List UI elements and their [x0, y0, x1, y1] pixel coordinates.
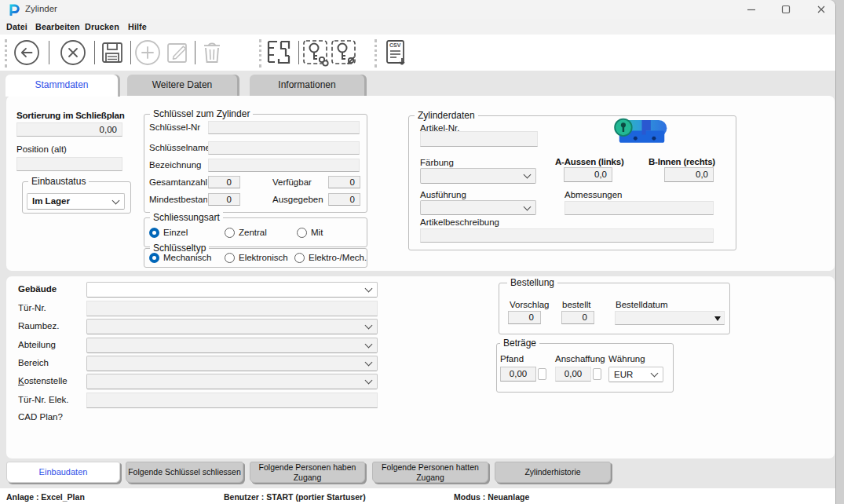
- chevron-down-icon: [112, 196, 120, 204]
- radio-mit[interactable]: [297, 228, 307, 238]
- close-button[interactable]: [815, 3, 828, 16]
- radio-mit-label: Mit: [311, 228, 323, 237]
- raumbez-label: Raumbez.: [18, 321, 59, 331]
- bottom-tab-zylinderhistorie[interactable]: Zylinderhistorie: [495, 462, 611, 483]
- faerbung-label: Färbung: [420, 158, 454, 167]
- betraege-legend: Beträge: [500, 338, 539, 349]
- menu-hilfe[interactable]: Hilfe: [128, 22, 147, 31]
- radio-elektro-mech[interactable]: [294, 253, 305, 263]
- chevron-down-icon: [365, 285, 373, 293]
- ausgegeben-input[interactable]: 0: [328, 193, 360, 206]
- tab-stammdaten[interactable]: Stammdaten: [5, 75, 118, 97]
- pfand-button[interactable]: [538, 368, 546, 380]
- artikel-nr-input[interactable]: [420, 131, 538, 147]
- radio-elektronisch[interactable]: [225, 253, 235, 263]
- cad-plan-label: CAD Plan?: [18, 412, 63, 422]
- radio-mechanisch[interactable]: [149, 253, 159, 263]
- raumbez-select[interactable]: [86, 319, 378, 334]
- waehrung-select[interactable]: EUR: [608, 367, 663, 382]
- schluesselname-input[interactable]: [208, 141, 360, 155]
- keys-link-icon[interactable]: [302, 38, 329, 70]
- bezeichnung-input[interactable]: [208, 159, 360, 172]
- vorschlag-input[interactable]: 0: [508, 311, 541, 324]
- mindestbestand-input[interactable]: 0: [208, 193, 240, 206]
- artikelbeschreibung-label: Artikelbeschreibung: [420, 217, 499, 227]
- toolbar-gripper-2[interactable]: [259, 39, 261, 68]
- abteilung-select[interactable]: [86, 338, 378, 353]
- zylinderdaten-legend: Zylinderdaten: [415, 110, 478, 121]
- schluesseltyp-legend: Schlüsseltyp: [150, 243, 209, 254]
- b-innen-input[interactable]: 0,0: [664, 167, 714, 182]
- keys-unlink-icon[interactable]: [331, 38, 357, 70]
- verfuegbar-input[interactable]: 0: [328, 176, 360, 188]
- tab-weitere-daten[interactable]: Weitere Daten: [127, 75, 237, 96]
- radio-elektro-mech-label: Elektro-/Mech.: [309, 253, 367, 262]
- anschaffung-button[interactable]: [593, 368, 601, 380]
- cancel-icon[interactable]: [60, 39, 86, 69]
- back-icon[interactable]: [13, 39, 40, 69]
- window-title: Zylinder: [25, 4, 57, 13]
- menu-bearbeiten[interactable]: Bearbeiten: [35, 22, 80, 31]
- radio-zentral-label: Zentral: [239, 228, 267, 237]
- add-icon[interactable]: [134, 39, 161, 69]
- radio-elektronisch-label: Elektronisch: [239, 253, 288, 262]
- save-icon[interactable]: [100, 40, 125, 68]
- app-icon: [8, 3, 20, 16]
- mindestbestand-label: Mindestbestand: [149, 195, 207, 204]
- abmessungen-input[interactable]: [564, 201, 714, 215]
- pfand-input[interactable]: 0,00: [500, 367, 536, 382]
- sortierung-input[interactable]: 0,00: [16, 122, 122, 137]
- artikelbeschreibung-input[interactable]: [420, 228, 714, 243]
- app-window: Zylinder Datei Bearbeiten Drucken Hilfe: [0, 0, 836, 504]
- position-alt-input[interactable]: [16, 157, 122, 171]
- anschaffung-input[interactable]: 0,00: [555, 367, 591, 382]
- abteilung-label: Abteilung: [18, 340, 56, 349]
- maximize-button[interactable]: [780, 3, 792, 16]
- b-innen-label: B-Innen (rechts): [649, 157, 715, 166]
- chevron-down-icon: [365, 341, 373, 349]
- chevron-down-icon: [365, 322, 373, 330]
- export-csv-icon[interactable]: CSV: [383, 39, 408, 69]
- einbaustatus-select[interactable]: Im Lager: [27, 193, 125, 210]
- radio-einzel[interactable]: [149, 228, 159, 238]
- chevron-down-icon: [524, 171, 532, 179]
- a-aussen-input[interactable]: 0,0: [564, 167, 612, 182]
- abmessungen-label: Abmessungen: [564, 190, 623, 199]
- radio-mechanisch-label: Mechanisch: [163, 253, 211, 262]
- schluessel-nr-input[interactable]: [208, 121, 360, 134]
- chevron-down-icon: [651, 370, 659, 378]
- bestellt-input[interactable]: 0: [561, 311, 594, 324]
- gesamtanzahl-label: Gesamtanzahl: [149, 177, 207, 187]
- gebaeude-select[interactable]: [86, 282, 378, 298]
- waehrung-value: EUR: [614, 370, 633, 379]
- ausfuehrung-select[interactable]: [420, 200, 536, 215]
- menu-datei[interactable]: Datei: [6, 22, 27, 31]
- sortierung-label: Sortierung im Schließplan: [16, 111, 125, 120]
- tuer-nr-elek-input[interactable]: [86, 393, 378, 408]
- bestelldatum-select[interactable]: [615, 311, 725, 325]
- menu-drucken[interactable]: Drucken: [85, 22, 119, 31]
- bottom-tab-einbaudaten[interactable]: Einbaudaten: [6, 462, 120, 483]
- svg-text:CSV: CSV: [389, 42, 401, 48]
- faerbung-select[interactable]: [420, 168, 536, 184]
- tuer-nr-label: Tür-Nr.: [18, 303, 46, 312]
- minimize-button[interactable]: [745, 3, 758, 16]
- position-alt-label: Position (alt): [16, 144, 67, 154]
- kostenstelle-select[interactable]: [86, 374, 378, 389]
- bereich-select[interactable]: [86, 356, 378, 371]
- tab-informationen[interactable]: Informationen: [250, 75, 364, 96]
- bottom-tab-schluessel-schliessen[interactable]: Folgende Schlüssel schliessen: [126, 462, 243, 483]
- radio-einzel-label: Einzel: [163, 228, 188, 237]
- tuer-nr-input[interactable]: [86, 301, 378, 316]
- status-modus: Modus : Neuanlage: [454, 492, 529, 502]
- toolbar: CSV: [0, 35, 835, 71]
- toolbar-gripper[interactable]: [5, 39, 7, 68]
- edit-icon[interactable]: [164, 39, 191, 69]
- bottom-tab-personen-hatten[interactable]: Folgende Personen hatten Zugang: [372, 462, 488, 483]
- gesamtanzahl-input[interactable]: 0: [208, 176, 240, 188]
- delete-icon[interactable]: [200, 40, 224, 68]
- toolbar-gripper-3[interactable]: [375, 39, 377, 68]
- bottom-tab-personen-haben[interactable]: Folgende Personen haben Zugang: [250, 462, 365, 483]
- floor-plan-icon[interactable]: [265, 38, 293, 70]
- radio-zentral[interactable]: [225, 228, 235, 238]
